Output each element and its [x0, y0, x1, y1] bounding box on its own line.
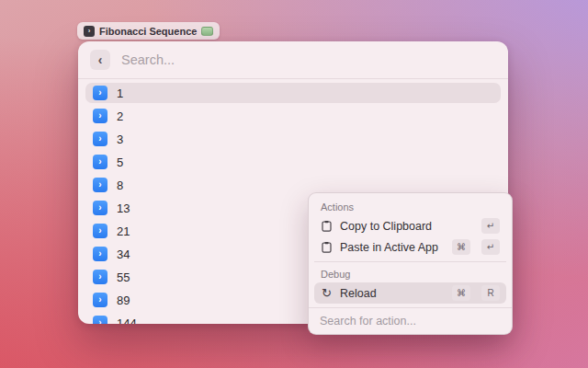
action-label: Copy to Clipboard: [340, 220, 470, 233]
terminal-prompt-icon: ›: [93, 178, 107, 192]
terminal-prompt-icon: ›: [93, 270, 107, 284]
desktop-background: › Fibonacci Sequence ‹ › 1 › 2 › 3: [0, 0, 588, 368]
actions-panel: Actions Copy to Clipboard ↵: [308, 192, 513, 335]
action-search-bar: [309, 307, 512, 334]
list-item-label: 55: [117, 270, 130, 284]
list-item[interactable]: › 2: [85, 106, 501, 126]
actions-section: Actions Copy to Clipboard ↵: [314, 197, 506, 258]
clipboard-icon: [321, 241, 333, 253]
terminal-prompt-icon: ›: [93, 86, 107, 100]
r-key-badge: R: [481, 285, 500, 301]
clipboard-icon: [321, 220, 333, 232]
terminal-prompt-icon: ›: [93, 201, 107, 215]
search-bar: ‹: [78, 41, 508, 79]
command-key-badge: ⌘: [452, 239, 470, 255]
list-item-label: 13: [117, 201, 130, 215]
list-item-label: 3: [117, 132, 123, 146]
list-item-label: 21: [117, 224, 130, 238]
search-input[interactable]: [121, 52, 496, 67]
terminal-prompt-icon: ›: [93, 293, 107, 307]
list-item[interactable]: › 3: [85, 129, 501, 149]
list-item[interactable]: › 1: [85, 83, 501, 103]
chevron-left-icon: ‹: [98, 53, 103, 66]
list-item-label: 5: [117, 155, 123, 169]
list-item-label: 2: [117, 109, 123, 123]
reload-icon: ↻: [321, 287, 333, 299]
list-item-label: 144: [117, 316, 137, 325]
list-item-label: 8: [117, 178, 123, 192]
return-key-badge: ↵: [481, 239, 500, 255]
action-reload[interactable]: ↻ Reload ⌘ R: [314, 282, 506, 304]
command-key-badge: ⌘: [452, 285, 470, 301]
extension-app-icon: ›: [84, 26, 95, 37]
section-header: Actions: [314, 197, 506, 215]
action-copy-to-clipboard[interactable]: Copy to Clipboard ↵: [314, 215, 506, 236]
list-item-label: 1: [117, 86, 123, 100]
terminal-prompt-icon: ›: [93, 247, 107, 261]
window-tab-title: Fibonacci Sequence: [99, 26, 197, 37]
list-item[interactable]: › 5: [85, 152, 501, 172]
list-item-label: 89: [117, 293, 130, 307]
window-tab-fibonacci[interactable]: › Fibonacci Sequence: [77, 22, 220, 40]
dev-mode-icon: [201, 27, 213, 36]
back-button[interactable]: ‹: [90, 50, 110, 70]
return-key-badge: ↵: [481, 218, 500, 234]
terminal-prompt-icon: ›: [93, 132, 107, 146]
debug-section: Debug ↻ Reload ⌘ R: [314, 261, 506, 304]
action-label: Reload: [340, 287, 441, 300]
terminal-prompt-icon: ›: [93, 224, 107, 238]
section-header: Debug: [314, 264, 506, 282]
terminal-prompt-icon: ›: [93, 316, 107, 324]
action-paste-in-active-app[interactable]: Paste in Active App ⌘ ↵: [314, 236, 506, 258]
action-search-input[interactable]: [320, 315, 501, 328]
terminal-prompt-icon: ›: [93, 155, 107, 169]
action-label: Paste in Active App: [340, 241, 441, 254]
list-item-label: 34: [117, 247, 130, 261]
terminal-prompt-icon: ›: [93, 109, 107, 123]
